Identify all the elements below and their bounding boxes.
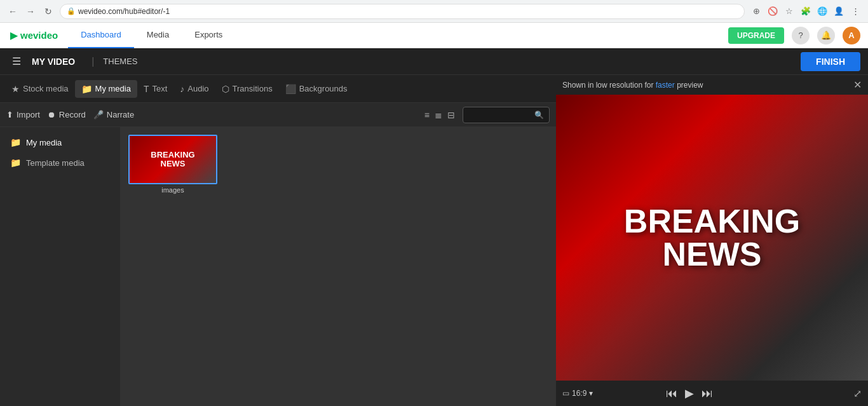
preview-faster-text: faster: [656, 81, 675, 90]
back-button[interactable]: ←: [6, 5, 19, 18]
browser-chrome: ← → ↻ 🔒 wevideo.com/hub#editor/-1 ⊕ 🚫 ☆ …: [0, 0, 868, 23]
url-text: wevideo.com/hub#editor/-1: [78, 7, 170, 16]
cast-icon[interactable]: ⊕: [750, 5, 763, 18]
tab-dashboard[interactable]: Dashboard: [68, 23, 134, 48]
filter-icon-1[interactable]: ≡: [424, 110, 430, 120]
transitions-tab-icon: ⬡: [222, 84, 229, 94]
record-icon: ⏺: [48, 110, 56, 119]
import-button[interactable]: ⬆ Import: [6, 110, 40, 119]
user-browser-icon[interactable]: 👤: [832, 5, 845, 18]
refresh-button[interactable]: ↻: [42, 5, 55, 18]
text-tab-icon: T: [144, 84, 149, 94]
tab-stock-media[interactable]: ★ Stock media: [5, 80, 75, 98]
menu-dots-icon[interactable]: ⋮: [849, 5, 862, 18]
media-item-label: images: [128, 186, 217, 194]
chevron-down-icon: ▾: [589, 389, 593, 398]
folder-icon: 📁: [10, 137, 21, 147]
main-toolbar: ☰ MY VIDEO | THEMES FINISH: [0, 48, 868, 75]
preview-header: Shown in low resolution for faster previ…: [556, 75, 868, 95]
stock-icon: ★: [11, 84, 20, 94]
finish-button[interactable]: FINISH: [801, 52, 860, 71]
tab-exports[interactable]: Exports: [182, 23, 235, 48]
project-title: MY VIDEO: [32, 57, 75, 67]
app-tab-right: UPGRADE ? 🔔 A: [728, 27, 868, 44]
filter-icon-2[interactable]: ≣: [435, 110, 442, 120]
tab-my-media[interactable]: 📁 My media: [75, 80, 137, 98]
left-panel: ★ Stock media 📁 My media T Text ♪ Audio …: [0, 75, 556, 406]
search-box[interactable]: 🔍: [463, 107, 550, 123]
media-item-breaking-news[interactable]: BREAKING NEWS images: [128, 135, 217, 194]
browser-actions: ⊕ 🚫 ☆ 🧩 🌐 👤 ⋮: [750, 5, 862, 18]
sidebar-item-template-media[interactable]: 📁 Template media: [0, 152, 120, 173]
playback-controls: ⏮ ▶ ⏭: [666, 386, 713, 400]
logo-text: wevideo: [20, 30, 58, 41]
bn-line2: NEWS: [161, 159, 186, 168]
search-input[interactable]: [468, 111, 532, 119]
bn-line1: BREAKING: [151, 151, 194, 159]
backgrounds-tab-icon: ⬛: [285, 84, 296, 94]
ext-icon[interactable]: 🌐: [816, 5, 829, 18]
forward-button[interactable]: →: [24, 5, 37, 18]
media-tabs: ★ Stock media 📁 My media T Text ♪ Audio …: [0, 75, 556, 103]
media-sidebar: 📁 My media 📁 Template media: [0, 127, 121, 406]
filter-icons: ≡ ≣ ⊟: [424, 110, 455, 120]
tab-text[interactable]: T Text: [137, 80, 173, 98]
play-button[interactable]: ▶: [685, 386, 694, 400]
sub-toolbar: ⬆ Import ⏺ Record 🎤 Narrate ≡ ≣ ⊟ 🔍: [0, 103, 556, 127]
media-content: 📁 My media 📁 Template media BREAKING NEW…: [0, 127, 556, 406]
hamburger-button[interactable]: ☰: [8, 53, 25, 71]
no-img-icon[interactable]: 🚫: [766, 5, 779, 18]
folder-icon-2: 📁: [10, 158, 21, 168]
aspect-icon: ▭: [562, 389, 569, 398]
media-thumbnail: BREAKING NEWS: [128, 135, 217, 184]
filter-icon-3[interactable]: ⊟: [447, 110, 455, 120]
content-area: ★ Stock media 📁 My media T Text ♪ Audio …: [0, 75, 868, 406]
media-grid: BREAKING NEWS images: [121, 127, 556, 406]
my-media-icon: 📁: [81, 84, 92, 94]
record-button[interactable]: ⏺ Record: [48, 110, 86, 119]
tab-transitions[interactable]: ⬡ Transitions: [215, 80, 279, 98]
themes-button[interactable]: THEMES: [98, 54, 142, 69]
audio-tab-icon: ♪: [180, 84, 184, 94]
upgrade-button[interactable]: UPGRADE: [728, 27, 784, 44]
skip-back-button[interactable]: ⏮: [666, 387, 677, 400]
narrate-button[interactable]: 🎤 Narrate: [93, 110, 134, 119]
search-icon: 🔍: [534, 111, 544, 119]
aspect-ratio-selector[interactable]: ▭ 16:9 ▾: [562, 389, 593, 398]
puzzle-icon[interactable]: 🧩: [799, 5, 812, 18]
sidebar-item-my-media[interactable]: 📁 My media: [0, 132, 120, 152]
app-tab-bar: ▶ wevideo Dashboard Media Exports UPGRAD…: [0, 23, 868, 48]
fullscreen-button[interactable]: ⤢: [853, 388, 862, 400]
close-preview-button[interactable]: ✕: [853, 79, 862, 91]
tab-media[interactable]: Media: [134, 23, 182, 48]
user-avatar[interactable]: A: [843, 27, 860, 44]
tab-backgrounds[interactable]: ⬛ Backgrounds: [279, 80, 354, 98]
preview-controls: ▭ 16:9 ▾ ⏮ ▶ ⏭ ⤢: [556, 381, 868, 406]
right-panel: Shown in low resolution for faster previ…: [556, 75, 868, 406]
notifications-button[interactable]: 🔔: [817, 27, 835, 44]
url-bar[interactable]: 🔒 wevideo.com/hub#editor/-1: [60, 4, 745, 19]
preview-bn-text: BREAKING NEWS: [624, 205, 800, 271]
tab-audio[interactable]: ♪ Audio: [173, 80, 215, 98]
microphone-icon: 🎤: [93, 110, 104, 119]
import-icon: ⬆: [6, 110, 13, 119]
preview-info-text: Shown in low resolution for faster previ…: [562, 81, 703, 90]
star-icon[interactable]: ☆: [783, 5, 796, 18]
panel-resize-handle[interactable]: ⋮: [552, 165, 556, 179]
breaking-news-preview: BREAKING NEWS: [130, 136, 216, 183]
app-logo: ▶ wevideo: [0, 29, 68, 41]
skip-forward-button[interactable]: ⏭: [702, 387, 713, 400]
help-button[interactable]: ?: [792, 27, 810, 44]
preview-video: BREAKING NEWS: [556, 95, 868, 381]
preview-background: BREAKING NEWS: [556, 95, 868, 381]
